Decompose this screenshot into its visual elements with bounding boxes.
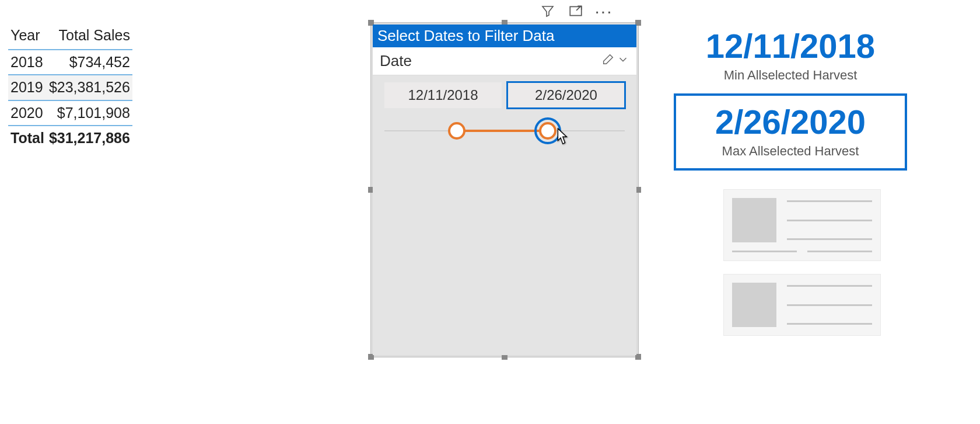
max-date-card[interactable]: 2/26/2020 Max Allselected Harvest [674,93,907,171]
min-date-card[interactable]: 12/11/2018 Min Allselected Harvest [674,26,907,93]
placeholder-thumb-icon [732,283,776,327]
slicer-field-header[interactable]: Date [373,47,636,75]
col-year-header: Year [8,25,47,50]
cell-year: 2019 [8,75,47,100]
placeholder-thumb-icon [732,198,776,242]
focus-mode-icon[interactable] [568,2,583,20]
visual-placeholder-list [723,189,881,336]
slicer-field-name: Date [380,52,412,70]
table-row[interactable]: 2019 $23,381,526 [8,75,132,100]
chevron-down-icon[interactable] [617,52,629,70]
cell-total-value: $31,217,886 [47,126,132,151]
col-total-header: Total Sales [47,25,132,50]
table-row[interactable]: 2018 $734,452 [8,50,132,75]
visual-placeholder[interactable] [723,274,881,336]
visual-header: ··· [540,2,611,20]
placeholder-lines-icon [787,283,872,327]
more-options-icon[interactable]: ··· [596,2,611,20]
card-column: 12/11/2018 Min Allselected Harvest 2/26/… [674,26,907,171]
date-slicer-visual[interactable]: Select Dates to Filter Data Date 12/11/2… [370,22,639,357]
visual-placeholder[interactable] [723,189,881,261]
eraser-icon[interactable] [601,52,614,70]
sales-table: Year Total Sales 2018 $734,452 2019 $23,… [8,25,132,151]
table-row[interactable]: 2020 $7,101,908 [8,100,132,126]
slider-handle-start[interactable] [448,122,466,140]
slicer-body: Select Dates to Filter Data Date 12/11/2… [373,25,636,355]
placeholder-lines-icon [787,198,872,242]
cell-total: $23,381,526 [47,75,132,100]
cell-total: $734,452 [47,50,132,75]
slider-selected-range [457,130,548,132]
svg-rect-0 [570,6,582,15]
max-date-value: 2/26/2020 [680,105,901,139]
slicer-title: Select Dates to Filter Data [373,25,636,47]
cell-total-label: Total [8,126,47,151]
date-range-slider[interactable] [384,119,625,147]
table-total-row: Total $31,217,886 [8,126,132,151]
slider-handle-end[interactable] [539,122,556,140]
slicer-end-date[interactable]: 2/26/2020 [508,82,625,108]
cell-year: 2018 [8,50,47,75]
filter-icon[interactable] [540,2,555,20]
min-date-value: 12/11/2018 [674,29,907,63]
max-date-label: Max Allselected Harvest [680,144,901,159]
slicer-start-date[interactable]: 12/11/2018 [384,82,502,108]
cell-year: 2020 [8,100,47,126]
min-date-label: Min Allselected Harvest [674,68,907,83]
cell-total: $7,101,908 [47,100,132,126]
